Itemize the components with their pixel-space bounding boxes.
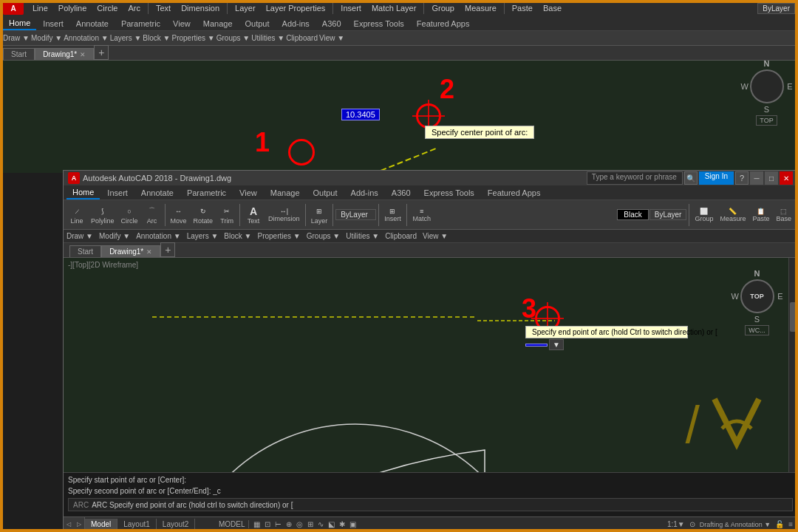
status-zoom[interactable]: 1:1▼: [667, 520, 685, 528]
layout-tab-model[interactable]: Model: [85, 519, 117, 530]
ribbon-tab-parametric[interactable]: Parametric: [181, 187, 232, 199]
status-lwt[interactable]: ▣: [349, 520, 356, 528]
status-ortho[interactable]: ⊢: [275, 520, 282, 528]
status-lock[interactable]: 🔓: [775, 520, 784, 528]
menu-text[interactable]: Text: [151, 2, 175, 14]
main-bylayer[interactable]: ByLayer: [757, 3, 795, 14]
ribbon-tab-a360[interactable]: A360: [386, 187, 417, 199]
menu-group[interactable]: Group: [427, 2, 459, 14]
status-ducs[interactable]: ⬕: [328, 520, 335, 528]
status-grid[interactable]: ▦: [253, 520, 260, 528]
status-snap[interactable]: ⊡: [265, 520, 270, 528]
search-icon[interactable]: 🔍: [684, 171, 698, 185]
tool-text[interactable]: A Text: [242, 204, 265, 226]
status-more[interactable]: ≡: [788, 520, 793, 528]
sign-in-btn[interactable]: Sign In: [699, 171, 734, 185]
menu-layer[interactable]: Layer: [231, 2, 260, 14]
menu-dimension[interactable]: Dimension: [177, 2, 224, 14]
layout-tab-layout2[interactable]: Layout2: [157, 519, 196, 530]
status-polar[interactable]: ⊕: [286, 520, 292, 528]
main-properties-lbl[interactable]: Properties ▼: [172, 34, 215, 42]
status-dynmode[interactable]: ✱: [339, 520, 345, 528]
status-3dosnap[interactable]: ⊞: [307, 520, 313, 528]
status-model[interactable]: MODEL: [216, 520, 249, 528]
ribbon-tab-featuredapps[interactable]: Featured Apps: [482, 187, 547, 199]
layout-tab-layout1[interactable]: Layout1: [117, 519, 157, 530]
ribbon-tab-manage[interactable]: Manage: [265, 187, 306, 199]
main-groups-lbl[interactable]: Groups ▼: [216, 34, 250, 42]
ribbon-tab-annotate[interactable]: Annotate: [135, 187, 180, 199]
drawing1-main-tab[interactable]: Drawing1* ✕: [35, 48, 94, 60]
main-block-lbl[interactable]: Block ▼: [143, 34, 170, 42]
ribbon-tab-view[interactable]: View: [233, 187, 263, 199]
start-tab[interactable]: Start: [69, 245, 101, 257]
main-view-lbl[interactable]: View ▼: [319, 34, 344, 42]
cad-input-value[interactable]: 10.3405: [341, 109, 380, 120]
status-osnap[interactable]: ◎: [296, 520, 303, 528]
main-draw-lbl[interactable]: Draw ▼: [3, 34, 30, 42]
minimize-btn[interactable]: ─: [750, 171, 763, 185]
properties-dropdown[interactable]: Properties ▼: [258, 232, 301, 240]
tool-matchproperties[interactable]: ≡ Match: [409, 206, 434, 224]
main-tab-manage[interactable]: Manage: [197, 18, 239, 30]
menu-insert[interactable]: Insert: [336, 2, 366, 14]
menu-polyline[interactable]: Polyline: [54, 2, 92, 14]
tool-circle[interactable]: ○ Circle: [118, 204, 141, 226]
tool-rotate[interactable]: ↻ Rotate: [191, 204, 216, 226]
inner-search-box[interactable]: Type a keyword or phrase: [587, 171, 683, 185]
layout-tab-arrows[interactable]: ◁ ▷: [64, 517, 85, 532]
annotation-dropdown[interactable]: Annotation ▼: [136, 232, 181, 240]
menu-measure[interactable]: Measure: [460, 2, 501, 14]
ribbon-tab-addins[interactable]: Add-ins: [345, 187, 384, 199]
tool-layer[interactable]: ⊞ Layer: [308, 204, 331, 226]
modify-dropdown[interactable]: Modify ▼: [99, 232, 130, 240]
start-main-tab[interactable]: Start: [3, 48, 35, 60]
tool-trim[interactable]: ✂ Trim: [216, 204, 237, 226]
main-tab-addins[interactable]: Add-ins: [276, 18, 316, 30]
utilities-dropdown[interactable]: Utilities ▼: [346, 232, 379, 240]
help-btn[interactable]: ?: [735, 171, 748, 185]
menu-paste[interactable]: Paste: [508, 2, 537, 14]
view-dropdown[interactable]: View ▼: [423, 232, 448, 240]
status-workspace[interactable]: Drafting & Annotation ▼: [700, 521, 771, 528]
main-tab-home[interactable]: Home: [3, 17, 36, 30]
main-utilities-lbl[interactable]: Utilities ▼: [251, 34, 284, 42]
main-layers-lbl[interactable]: Layers ▼: [110, 34, 142, 42]
color-black-badge[interactable]: Black: [617, 209, 648, 220]
ribbon-tab-home[interactable]: Home: [66, 186, 100, 200]
main-modify-lbl[interactable]: Modify ▼: [31, 34, 62, 42]
block-dropdown[interactable]: Block ▼: [224, 232, 251, 240]
main-tab-a360[interactable]: A360: [316, 18, 347, 30]
drawing1-tab[interactable]: Drawing1* ✕: [101, 245, 160, 257]
menu-line[interactable]: Line: [28, 2, 52, 14]
bylayer-dropdown[interactable]: ByLayer: [335, 209, 376, 220]
restore-btn[interactable]: □: [765, 171, 778, 185]
menu-match-layer[interactable]: Match Layer: [367, 2, 421, 14]
main-tab-output[interactable]: Output: [239, 18, 276, 30]
main-tab-annotate[interactable]: Annotate: [70, 18, 115, 30]
main-clipboard-lbl[interactable]: Clipboard: [286, 34, 318, 42]
tool-insert[interactable]: ⊞ Insert: [381, 206, 404, 224]
cmd-prompt-bar[interactable]: ARC ARC Specify end point of arc (hold c…: [68, 498, 793, 511]
menu-arc[interactable]: Arc: [123, 2, 145, 14]
tool-dimension[interactable]: ↔| Dimension: [265, 206, 303, 224]
main-tab-featuredapps[interactable]: Featured Apps: [411, 18, 476, 30]
tool-measure[interactable]: 📏 Measure: [717, 206, 748, 224]
ribbon-tab-expresstools[interactable]: Express Tools: [418, 187, 480, 199]
tool-base[interactable]: ⬚ Base: [773, 206, 794, 224]
new-main-tab-btn[interactable]: +: [94, 45, 109, 60]
status-annotation[interactable]: ⊙: [689, 520, 695, 528]
main-tab-insert[interactable]: Insert: [37, 18, 69, 30]
status-otrack[interactable]: ∿: [318, 520, 324, 528]
ribbon-tab-insert[interactable]: Insert: [101, 187, 134, 199]
tool-arc[interactable]: ⌒ Arc: [142, 204, 163, 226]
tool-group[interactable]: ⬜ Group: [692, 206, 716, 224]
tool-line[interactable]: ⟋ Line: [66, 204, 87, 226]
menu-layer-properties[interactable]: Layer Properties: [262, 2, 330, 14]
main-tab-view[interactable]: View: [167, 18, 197, 30]
inner-titlebar-right[interactable]: Type a keyword or phrase 🔍 Sign In ? ─ □…: [587, 171, 793, 185]
menu-base[interactable]: Base: [539, 2, 566, 14]
clipboard-dropdown[interactable]: Clipboard: [385, 232, 417, 240]
tool-polyline[interactable]: ⟆ Polyline: [88, 204, 117, 226]
groups-dropdown[interactable]: Groups ▼: [307, 232, 340, 240]
